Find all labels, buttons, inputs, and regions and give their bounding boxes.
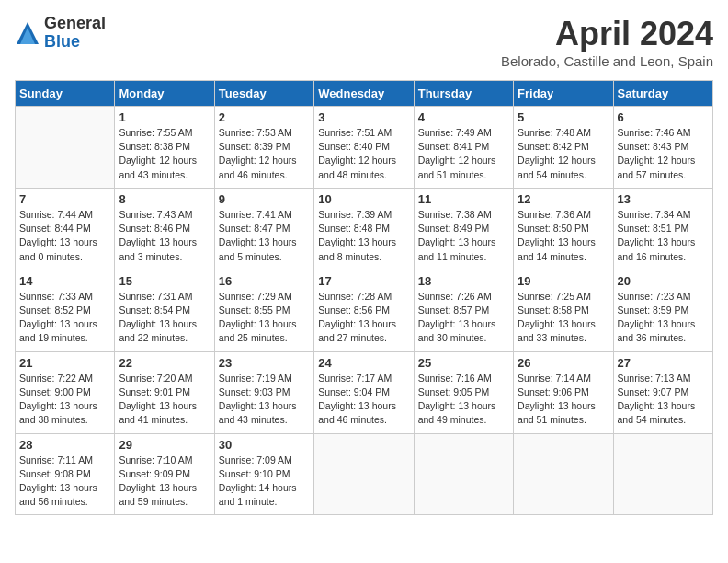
day-number: 18 bbox=[418, 274, 509, 288]
calendar-cell: 6Sunrise: 7:46 AMSunset: 8:43 PMDaylight… bbox=[613, 107, 712, 189]
calendar-header-row: SundayMondayTuesdayWednesdayThursdayFrid… bbox=[16, 81, 713, 107]
calendar-title: April 2024 bbox=[501, 15, 713, 53]
day-number: 19 bbox=[518, 274, 609, 288]
day-number: 26 bbox=[518, 356, 609, 370]
header-saturday: Saturday bbox=[613, 81, 712, 107]
calendar-cell bbox=[514, 433, 613, 515]
calendar-cell bbox=[16, 107, 115, 189]
calendar-cell: 21Sunrise: 7:22 AMSunset: 9:00 PMDayligh… bbox=[16, 351, 115, 433]
calendar-cell: 5Sunrise: 7:48 AMSunset: 8:42 PMDaylight… bbox=[514, 107, 613, 189]
logo-icon bbox=[15, 20, 40, 46]
day-info: Sunrise: 7:51 AMSunset: 8:40 PMDaylight:… bbox=[318, 126, 409, 182]
header-sunday: Sunday bbox=[16, 81, 115, 107]
header-tuesday: Tuesday bbox=[214, 81, 313, 107]
day-number: 16 bbox=[219, 274, 310, 288]
day-number: 29 bbox=[119, 438, 210, 452]
day-info: Sunrise: 7:46 AMSunset: 8:43 PMDaylight:… bbox=[618, 126, 709, 182]
calendar-cell: 18Sunrise: 7:26 AMSunset: 8:57 PMDayligh… bbox=[414, 270, 513, 351]
calendar-cell bbox=[314, 433, 414, 515]
day-number: 20 bbox=[618, 274, 709, 288]
calendar-cell: 25Sunrise: 7:16 AMSunset: 9:05 PMDayligh… bbox=[414, 351, 513, 433]
calendar-cell: 8Sunrise: 7:43 AMSunset: 8:46 PMDaylight… bbox=[115, 188, 214, 270]
day-info: Sunrise: 7:38 AMSunset: 8:49 PMDaylight:… bbox=[418, 208, 509, 264]
day-number: 21 bbox=[19, 356, 110, 370]
day-info: Sunrise: 7:22 AMSunset: 9:00 PMDaylight:… bbox=[19, 372, 110, 428]
page-header: General Blue April 2024 Belorado, Castil… bbox=[15, 15, 713, 69]
day-number: 15 bbox=[119, 274, 210, 288]
day-number: 23 bbox=[219, 356, 310, 370]
logo-text: General Blue bbox=[44, 15, 106, 52]
title-block: April 2024 Belorado, Castille and Leon, … bbox=[501, 15, 713, 69]
calendar-cell: 14Sunrise: 7:33 AMSunset: 8:52 PMDayligh… bbox=[16, 270, 115, 351]
calendar-week-3: 14Sunrise: 7:33 AMSunset: 8:52 PMDayligh… bbox=[16, 270, 713, 351]
day-info: Sunrise: 7:48 AMSunset: 8:42 PMDaylight:… bbox=[518, 126, 609, 182]
calendar-cell: 19Sunrise: 7:25 AMSunset: 8:58 PMDayligh… bbox=[514, 270, 613, 351]
day-number: 5 bbox=[518, 110, 609, 124]
day-info: Sunrise: 7:36 AMSunset: 8:50 PMDaylight:… bbox=[518, 208, 609, 264]
day-number: 17 bbox=[318, 274, 409, 288]
calendar-cell: 4Sunrise: 7:49 AMSunset: 8:41 PMDaylight… bbox=[414, 107, 513, 189]
calendar-cell: 30Sunrise: 7:09 AMSunset: 9:10 PMDayligh… bbox=[214, 433, 313, 515]
calendar-cell: 26Sunrise: 7:14 AMSunset: 9:06 PMDayligh… bbox=[514, 351, 613, 433]
day-number: 9 bbox=[219, 192, 310, 206]
calendar-cell: 12Sunrise: 7:36 AMSunset: 8:50 PMDayligh… bbox=[514, 188, 613, 270]
day-info: Sunrise: 7:41 AMSunset: 8:47 PMDaylight:… bbox=[219, 208, 310, 264]
day-info: Sunrise: 7:13 AMSunset: 9:07 PMDaylight:… bbox=[618, 372, 709, 428]
header-thursday: Thursday bbox=[414, 81, 513, 107]
calendar-cell: 23Sunrise: 7:19 AMSunset: 9:03 PMDayligh… bbox=[214, 351, 313, 433]
calendar-cell bbox=[414, 433, 513, 515]
day-info: Sunrise: 7:09 AMSunset: 9:10 PMDaylight:… bbox=[219, 454, 310, 510]
day-info: Sunrise: 7:26 AMSunset: 8:57 PMDaylight:… bbox=[418, 290, 509, 346]
day-number: 11 bbox=[418, 192, 509, 206]
day-number: 24 bbox=[318, 356, 409, 370]
day-info: Sunrise: 7:55 AMSunset: 8:38 PMDaylight:… bbox=[119, 126, 210, 182]
day-info: Sunrise: 7:39 AMSunset: 8:48 PMDaylight:… bbox=[318, 208, 409, 264]
header-friday: Friday bbox=[514, 81, 613, 107]
logo-blue: Blue bbox=[44, 33, 106, 52]
calendar-cell: 20Sunrise: 7:23 AMSunset: 8:59 PMDayligh… bbox=[613, 270, 712, 351]
calendar-cell: 15Sunrise: 7:31 AMSunset: 8:54 PMDayligh… bbox=[115, 270, 214, 351]
day-info: Sunrise: 7:29 AMSunset: 8:55 PMDaylight:… bbox=[219, 290, 310, 346]
calendar-cell: 1Sunrise: 7:55 AMSunset: 8:38 PMDaylight… bbox=[115, 107, 214, 189]
calendar-cell: 9Sunrise: 7:41 AMSunset: 8:47 PMDaylight… bbox=[214, 188, 313, 270]
day-info: Sunrise: 7:33 AMSunset: 8:52 PMDaylight:… bbox=[19, 290, 110, 346]
calendar-cell: 17Sunrise: 7:28 AMSunset: 8:56 PMDayligh… bbox=[314, 270, 414, 351]
header-wednesday: Wednesday bbox=[314, 81, 414, 107]
day-info: Sunrise: 7:44 AMSunset: 8:44 PMDaylight:… bbox=[19, 208, 110, 264]
day-number: 4 bbox=[418, 110, 509, 124]
calendar-cell: 13Sunrise: 7:34 AMSunset: 8:51 PMDayligh… bbox=[613, 188, 712, 270]
day-info: Sunrise: 7:20 AMSunset: 9:01 PMDaylight:… bbox=[119, 372, 210, 428]
calendar-cell: 27Sunrise: 7:13 AMSunset: 9:07 PMDayligh… bbox=[613, 351, 712, 433]
day-info: Sunrise: 7:10 AMSunset: 9:09 PMDaylight:… bbox=[119, 454, 210, 510]
calendar-cell: 7Sunrise: 7:44 AMSunset: 8:44 PMDaylight… bbox=[16, 188, 115, 270]
calendar-cell: 3Sunrise: 7:51 AMSunset: 8:40 PMDaylight… bbox=[314, 107, 414, 189]
day-number: 14 bbox=[19, 274, 110, 288]
day-number: 8 bbox=[119, 192, 210, 206]
header-monday: Monday bbox=[115, 81, 214, 107]
day-info: Sunrise: 7:11 AMSunset: 9:08 PMDaylight:… bbox=[19, 454, 110, 510]
day-number: 2 bbox=[219, 110, 310, 124]
calendar-cell: 2Sunrise: 7:53 AMSunset: 8:39 PMDaylight… bbox=[214, 107, 313, 189]
calendar-cell: 16Sunrise: 7:29 AMSunset: 8:55 PMDayligh… bbox=[214, 270, 313, 351]
day-number: 3 bbox=[318, 110, 409, 124]
day-number: 28 bbox=[19, 438, 110, 452]
day-info: Sunrise: 7:43 AMSunset: 8:46 PMDaylight:… bbox=[119, 208, 210, 264]
calendar-cell: 10Sunrise: 7:39 AMSunset: 8:48 PMDayligh… bbox=[314, 188, 414, 270]
calendar-cell: 24Sunrise: 7:17 AMSunset: 9:04 PMDayligh… bbox=[314, 351, 414, 433]
calendar-week-1: 1Sunrise: 7:55 AMSunset: 8:38 PMDaylight… bbox=[16, 107, 713, 189]
calendar-week-4: 21Sunrise: 7:22 AMSunset: 9:00 PMDayligh… bbox=[16, 351, 713, 433]
day-number: 7 bbox=[19, 192, 110, 206]
day-info: Sunrise: 7:16 AMSunset: 9:05 PMDaylight:… bbox=[418, 372, 509, 428]
day-number: 1 bbox=[119, 110, 210, 124]
calendar-cell bbox=[613, 433, 712, 515]
calendar-cell: 11Sunrise: 7:38 AMSunset: 8:49 PMDayligh… bbox=[414, 188, 513, 270]
day-info: Sunrise: 7:23 AMSunset: 8:59 PMDaylight:… bbox=[618, 290, 709, 346]
calendar-cell: 22Sunrise: 7:20 AMSunset: 9:01 PMDayligh… bbox=[115, 351, 214, 433]
day-info: Sunrise: 7:53 AMSunset: 8:39 PMDaylight:… bbox=[219, 126, 310, 182]
calendar-cell: 28Sunrise: 7:11 AMSunset: 9:08 PMDayligh… bbox=[16, 433, 115, 515]
day-number: 10 bbox=[318, 192, 409, 206]
day-number: 6 bbox=[618, 110, 709, 124]
day-info: Sunrise: 7:17 AMSunset: 9:04 PMDaylight:… bbox=[318, 372, 409, 428]
calendar-week-2: 7Sunrise: 7:44 AMSunset: 8:44 PMDaylight… bbox=[16, 188, 713, 270]
logo: General Blue bbox=[15, 15, 106, 52]
